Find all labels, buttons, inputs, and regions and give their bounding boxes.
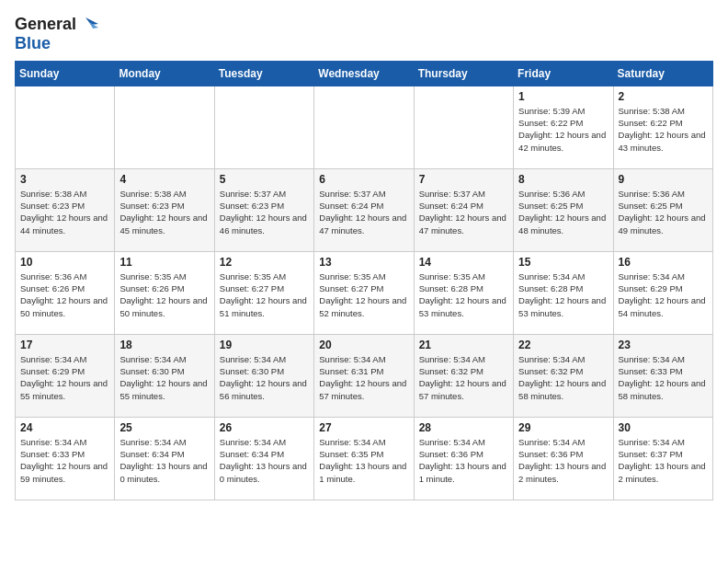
calendar-cell: 29Sunrise: 5:34 AMSunset: 6:36 PMDayligh…	[514, 417, 613, 500]
calendar-cell: 10Sunrise: 5:36 AMSunset: 6:26 PMDayligh…	[16, 251, 115, 334]
weekday-header-wednesday: Wednesday	[314, 61, 414, 86]
calendar-cell: 17Sunrise: 5:34 AMSunset: 6:29 PMDayligh…	[16, 334, 115, 417]
day-info: Sunrise: 5:34 AMSunset: 6:35 PMDaylight:…	[319, 436, 408, 485]
day-number: 26	[220, 421, 309, 434]
day-number: 5	[220, 173, 309, 186]
weekday-header-friday: Friday	[514, 61, 613, 86]
day-info: Sunrise: 5:35 AMSunset: 6:28 PMDaylight:…	[419, 270, 508, 319]
day-info: Sunrise: 5:35 AMSunset: 6:27 PMDaylight:…	[319, 270, 408, 319]
day-info: Sunrise: 5:34 AMSunset: 6:33 PMDaylight:…	[20, 436, 109, 485]
day-info: Sunrise: 5:36 AMSunset: 6:25 PMDaylight:…	[619, 188, 708, 236]
day-number: 14	[419, 256, 508, 269]
calendar-cell: 4Sunrise: 5:38 AMSunset: 6:23 PMDaylight…	[115, 168, 214, 251]
day-info: Sunrise: 5:34 AMSunset: 6:32 PMDaylight:…	[419, 353, 508, 402]
day-info: Sunrise: 5:34 AMSunset: 6:30 PMDaylight:…	[119, 353, 209, 402]
day-info: Sunrise: 5:34 AMSunset: 6:32 PMDaylight:…	[518, 353, 608, 402]
day-number: 28	[419, 421, 508, 434]
weekday-header-monday: Monday	[115, 61, 214, 86]
day-info: Sunrise: 5:38 AMSunset: 6:23 PMDaylight:…	[119, 188, 209, 236]
calendar-cell: 14Sunrise: 5:35 AMSunset: 6:28 PMDayligh…	[414, 251, 513, 334]
day-info: Sunrise: 5:34 AMSunset: 6:36 PMDaylight:…	[419, 436, 508, 485]
day-number: 4	[119, 173, 209, 186]
day-number: 23	[619, 339, 708, 351]
day-info: Sunrise: 5:37 AMSunset: 6:23 PMDaylight:…	[220, 188, 309, 236]
day-info: Sunrise: 5:35 AMSunset: 6:27 PMDaylight:…	[220, 270, 309, 319]
calendar-cell: 13Sunrise: 5:35 AMSunset: 6:27 PMDayligh…	[314, 251, 414, 334]
day-number: 15	[518, 256, 608, 269]
calendar-cell: 8Sunrise: 5:36 AMSunset: 6:25 PMDaylight…	[514, 168, 613, 251]
day-info: Sunrise: 5:37 AMSunset: 6:24 PMDaylight:…	[419, 188, 508, 236]
calendar-cell: 25Sunrise: 5:34 AMSunset: 6:34 PMDayligh…	[115, 417, 214, 500]
calendar-cell: 21Sunrise: 5:34 AMSunset: 6:32 PMDayligh…	[414, 334, 513, 417]
calendar-cell	[214, 86, 313, 168]
calendar-cell: 1Sunrise: 5:39 AMSunset: 6:22 PMDaylight…	[514, 86, 613, 168]
weekday-header-sunday: Sunday	[16, 61, 115, 86]
day-info: Sunrise: 5:34 AMSunset: 6:34 PMDaylight:…	[119, 436, 209, 485]
calendar-cell: 16Sunrise: 5:34 AMSunset: 6:29 PMDayligh…	[613, 251, 712, 334]
calendar-cell: 11Sunrise: 5:35 AMSunset: 6:26 PMDayligh…	[115, 251, 214, 334]
header: General Blue	[15, 15, 713, 53]
day-number: 30	[619, 421, 708, 434]
calendar-cell: 20Sunrise: 5:34 AMSunset: 6:31 PMDayligh…	[314, 334, 414, 417]
day-info: Sunrise: 5:34 AMSunset: 6:28 PMDaylight:…	[518, 270, 608, 319]
calendar-cell	[414, 86, 513, 168]
logo: General Blue	[15, 15, 98, 53]
calendar-cell	[115, 86, 214, 168]
weekday-header-thursday: Thursday	[414, 61, 513, 86]
calendar-cell: 5Sunrise: 5:37 AMSunset: 6:23 PMDaylight…	[214, 168, 313, 251]
weekday-header-tuesday: Tuesday	[214, 61, 313, 86]
calendar-cell: 6Sunrise: 5:37 AMSunset: 6:24 PMDaylight…	[314, 168, 414, 251]
logo-blue: Blue	[15, 35, 51, 53]
calendar-cell: 30Sunrise: 5:34 AMSunset: 6:37 PMDayligh…	[613, 417, 712, 500]
day-info: Sunrise: 5:34 AMSunset: 6:30 PMDaylight:…	[220, 353, 309, 402]
day-info: Sunrise: 5:34 AMSunset: 6:29 PMDaylight:…	[619, 270, 708, 319]
week-row-3: 10Sunrise: 5:36 AMSunset: 6:26 PMDayligh…	[16, 251, 713, 334]
day-number: 22	[518, 339, 608, 351]
day-number: 12	[220, 256, 309, 269]
logo-general: General	[15, 16, 76, 34]
day-info: Sunrise: 5:36 AMSunset: 6:26 PMDaylight:…	[20, 270, 109, 319]
week-row-4: 17Sunrise: 5:34 AMSunset: 6:29 PMDayligh…	[16, 334, 713, 417]
logo-box: General Blue	[15, 15, 98, 53]
day-number: 2	[619, 90, 708, 103]
day-number: 16	[619, 256, 708, 269]
calendar-cell: 3Sunrise: 5:38 AMSunset: 6:23 PMDaylight…	[16, 168, 115, 251]
day-info: Sunrise: 5:34 AMSunset: 6:36 PMDaylight:…	[518, 436, 608, 485]
day-number: 7	[419, 173, 508, 186]
day-number: 3	[20, 173, 109, 186]
day-number: 9	[619, 173, 708, 186]
day-info: Sunrise: 5:34 AMSunset: 6:29 PMDaylight:…	[20, 353, 109, 402]
day-number: 24	[20, 421, 109, 434]
calendar-cell: 26Sunrise: 5:34 AMSunset: 6:34 PMDayligh…	[214, 417, 313, 500]
svg-marker-0	[85, 17, 98, 25]
calendar-table: SundayMondayTuesdayWednesdayThursdayFrid…	[15, 61, 713, 500]
day-info: Sunrise: 5:34 AMSunset: 6:31 PMDaylight:…	[319, 353, 408, 402]
day-info: Sunrise: 5:38 AMSunset: 6:23 PMDaylight:…	[20, 188, 109, 236]
day-number: 18	[119, 339, 209, 351]
day-info: Sunrise: 5:36 AMSunset: 6:25 PMDaylight:…	[518, 188, 608, 236]
day-number: 20	[319, 339, 408, 351]
day-info: Sunrise: 5:34 AMSunset: 6:33 PMDaylight:…	[619, 353, 708, 402]
day-number: 1	[518, 90, 608, 103]
calendar-cell: 24Sunrise: 5:34 AMSunset: 6:33 PMDayligh…	[16, 417, 115, 500]
day-number: 10	[20, 256, 109, 269]
week-row-1: 1Sunrise: 5:39 AMSunset: 6:22 PMDaylight…	[16, 86, 713, 168]
day-number: 13	[319, 256, 408, 269]
day-number: 8	[518, 173, 608, 186]
day-number: 11	[119, 256, 209, 269]
calendar-cell: 28Sunrise: 5:34 AMSunset: 6:36 PMDayligh…	[414, 417, 513, 500]
calendar-cell: 15Sunrise: 5:34 AMSunset: 6:28 PMDayligh…	[514, 251, 613, 334]
day-info: Sunrise: 5:39 AMSunset: 6:22 PMDaylight:…	[518, 105, 608, 154]
day-info: Sunrise: 5:38 AMSunset: 6:22 PMDaylight:…	[619, 105, 708, 154]
calendar-cell: 2Sunrise: 5:38 AMSunset: 6:22 PMDaylight…	[613, 86, 712, 168]
calendar-cell	[16, 86, 115, 168]
calendar-cell: 9Sunrise: 5:36 AMSunset: 6:25 PMDaylight…	[613, 168, 712, 251]
day-number: 6	[319, 173, 408, 186]
calendar-cell: 19Sunrise: 5:34 AMSunset: 6:30 PMDayligh…	[214, 334, 313, 417]
calendar-cell: 7Sunrise: 5:37 AMSunset: 6:24 PMDaylight…	[414, 168, 513, 251]
day-number: 27	[319, 421, 408, 434]
day-info: Sunrise: 5:34 AMSunset: 6:37 PMDaylight:…	[619, 436, 708, 485]
day-info: Sunrise: 5:34 AMSunset: 6:34 PMDaylight:…	[220, 436, 309, 485]
calendar-cell: 12Sunrise: 5:35 AMSunset: 6:27 PMDayligh…	[214, 251, 313, 334]
calendar-cell: 27Sunrise: 5:34 AMSunset: 6:35 PMDayligh…	[314, 417, 414, 500]
